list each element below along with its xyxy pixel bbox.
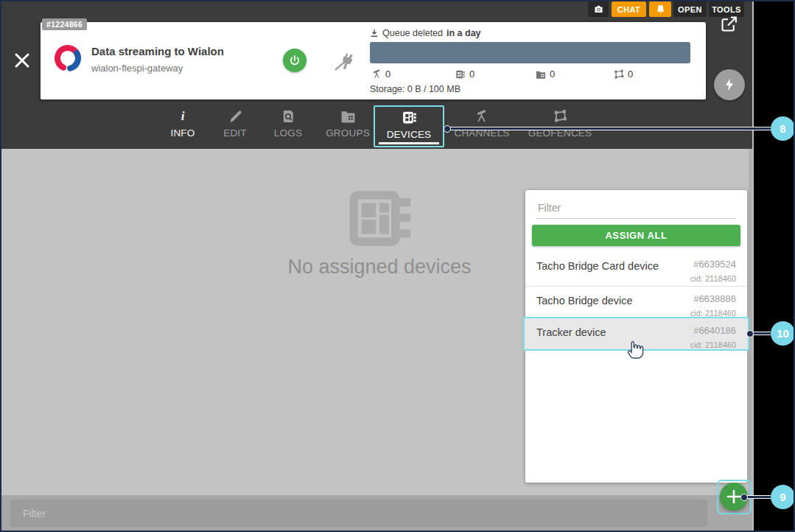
tools-button-label: TOOLS	[712, 5, 741, 14]
queue-text-bold: in a day	[446, 28, 481, 38]
queue-bar	[370, 42, 690, 63]
groups-counter: 0	[536, 69, 555, 80]
devices-counter: 0	[455, 69, 474, 80]
annotation-badge-10: 10	[771, 321, 795, 346]
geofences-counter: 0	[614, 69, 633, 80]
tab-info-label: INFO	[170, 127, 195, 139]
stream-subtitle: wialon-flespi-gateway	[91, 63, 183, 74]
notifications-button[interactable]	[649, 1, 671, 17]
chat-button[interactable]: CHAT	[612, 1, 646, 17]
geofences-tab-icon	[553, 108, 568, 124]
active-tab-indicator	[379, 142, 439, 144]
device-meta: #6640186 cid: 2118460	[690, 325, 736, 349]
screenshot-root: CHAT OPEN TOOLS #1224866 Data str	[0, 0, 795, 532]
annotation-line-9	[746, 495, 771, 499]
groups-tab-icon	[340, 108, 356, 124]
counters-row: 0 0 0	[370, 69, 690, 80]
devices-tab-icon	[402, 109, 417, 125]
device-id: #6639524	[690, 259, 736, 270]
device-cid: cid: 2118460	[690, 274, 736, 283]
device-row-tacho-bridge-card[interactable]: Tacho Bridge Card device #6639524 cid: 2…	[525, 252, 747, 287]
power-icon	[288, 54, 301, 67]
device-cid: cid: 2118460	[690, 340, 736, 349]
chat-button-label: CHAT	[617, 5, 640, 14]
mouse-cursor-icon	[626, 335, 645, 363]
channels-icon	[372, 69, 382, 79]
camera-icon	[593, 4, 604, 15]
tab-edit-label: EDIT	[223, 127, 247, 139]
devices-count: 0	[469, 69, 474, 80]
geofences-icon	[614, 69, 624, 80]
device-filter-input[interactable]	[536, 197, 736, 219]
annotation-line-10	[752, 332, 771, 335]
tab-devices[interactable]: DEVICES	[374, 105, 444, 147]
close-button[interactable]	[13, 52, 31, 69]
groups-icon	[536, 69, 546, 80]
close-icon	[13, 52, 31, 69]
info-icon: i	[181, 108, 185, 124]
tab-logs-label: LOGS	[274, 127, 302, 139]
plus-icon	[726, 489, 742, 505]
disconnected-icon	[332, 51, 354, 76]
queue-text: Queue deleted	[382, 28, 443, 38]
bell-icon	[655, 4, 666, 15]
quick-action-button[interactable]	[714, 69, 745, 100]
device-name: Tracker device	[536, 325, 606, 349]
lightning-icon	[722, 77, 737, 92]
bottom-filter-input[interactable]	[10, 500, 707, 527]
no-devices-icon	[347, 189, 412, 251]
open-button[interactable]: OPEN	[673, 1, 707, 17]
assign-all-button[interactable]: ASSIGN ALL	[532, 225, 740, 246]
queue-label: Queue deleted in a day	[370, 28, 481, 38]
channels-counter: 0	[372, 69, 391, 80]
device-id: #6640186	[690, 325, 736, 336]
device-id: #6638886	[690, 293, 736, 304]
device-name: Tacho Bridge Card device	[536, 259, 659, 286]
tab-groups-label: GROUPS	[326, 127, 370, 139]
devices-icon	[455, 69, 466, 80]
flespi-logo	[52, 42, 84, 77]
device-row-tacho-bridge[interactable]: Tacho Bridge device #6638886 cid: 211846…	[525, 287, 747, 318]
channels-count: 0	[385, 69, 391, 80]
stream-title: Data streaming to Wialon	[91, 45, 224, 57]
annotation-badge-8: 8	[771, 116, 795, 141]
tab-devices-label: DEVICES	[387, 129, 432, 140]
stream-card: #1224866 Data streaming to Wialon wialon…	[41, 22, 706, 99]
annotation-dot-8	[444, 125, 451, 133]
open-in-new-window-button[interactable]	[720, 15, 738, 36]
window-edge	[752, 1, 754, 531]
edit-icon	[228, 108, 242, 124]
empty-state-message: No assigned devices	[265, 256, 494, 279]
annotation-dot-10	[746, 330, 754, 337]
queue-download-icon	[370, 29, 379, 38]
power-toggle-button[interactable]	[283, 49, 307, 72]
screenshot-button[interactable]	[588, 1, 609, 17]
groups-count: 0	[550, 69, 555, 80]
annotation-line-8	[450, 127, 771, 130]
logs-icon	[281, 108, 295, 124]
channels-tab-icon	[474, 108, 489, 124]
stream-id-badge: #1224866	[42, 18, 87, 30]
device-meta: #6638886 cid: 2118460	[690, 293, 736, 317]
device-name: Tacho Bridge device	[536, 293, 633, 317]
bottom-filter-wrap	[1, 495, 754, 531]
device-meta: #6639524 cid: 2118460	[690, 259, 736, 286]
annotation-dot-9	[740, 494, 748, 501]
annotation-badge-9: 9	[771, 485, 795, 509]
open-button-label: OPEN	[678, 5, 702, 14]
queue-section: Queue deleted in a day 0	[370, 22, 690, 99]
storage-usage: Storage: 0 B / 100 MB	[370, 84, 460, 94]
geofences-count: 0	[628, 69, 633, 80]
external-link-icon	[720, 15, 738, 33]
